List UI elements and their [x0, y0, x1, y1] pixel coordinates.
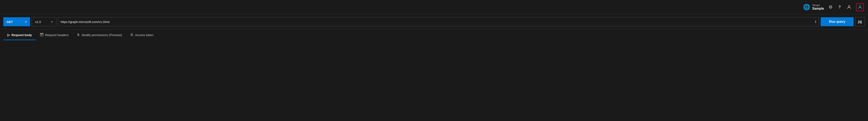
- user-highlighted-button[interactable]: [856, 3, 864, 11]
- version-chevron: ∨: [51, 20, 53, 23]
- tab-modify-permissions[interactable]: Modify permissions (Preview): [72, 30, 126, 40]
- request-body-icon: ▷: [7, 33, 10, 37]
- tenant-text: Tenant Sample: [812, 4, 824, 10]
- request-headers-icon: [40, 33, 43, 37]
- settings-button[interactable]: ⚙: [827, 3, 834, 11]
- url-container: ℹ: [58, 17, 819, 26]
- svg-point-9: [78, 34, 79, 34]
- method-value: GET: [7, 20, 13, 24]
- modify-permissions-label: Modify permissions (Preview): [82, 33, 122, 37]
- svg-point-12: [131, 35, 132, 35]
- globe-icon: 🌐: [803, 4, 810, 10]
- request-body-label: Request body: [11, 33, 32, 37]
- user-alt-button[interactable]: [845, 3, 853, 11]
- tab-access-token[interactable]: Access token: [126, 30, 157, 40]
- top-bar: 🌐 Tenant Sample ⚙ ?: [0, 0, 868, 14]
- run-query-button[interactable]: Run query: [821, 17, 854, 26]
- svg-point-1: [859, 5, 861, 7]
- tab-request-headers[interactable]: Request headers: [36, 30, 72, 40]
- access-token-label: Access token: [135, 33, 153, 37]
- method-chevron: ∨: [25, 20, 27, 23]
- tenant-name: Sample: [812, 7, 824, 10]
- tenant-info: 🌐 Tenant Sample: [803, 4, 824, 10]
- request-headers-label: Request headers: [45, 33, 68, 37]
- tenant-label: Tenant: [812, 4, 824, 7]
- svg-point-0: [848, 5, 850, 7]
- access-token-icon: [130, 33, 133, 37]
- info-icon[interactable]: ℹ: [815, 19, 816, 24]
- svg-rect-3: [40, 33, 43, 36]
- version-value: v1.0: [35, 20, 41, 24]
- tabs-bar: ▷ Request body Request headers Modify pe…: [0, 29, 868, 41]
- share-button[interactable]: [855, 17, 865, 26]
- method-select[interactable]: GET ∨: [3, 17, 30, 26]
- help-button[interactable]: ?: [837, 3, 842, 11]
- svg-rect-8: [78, 35, 79, 36]
- modify-permissions-icon: [77, 33, 80, 37]
- version-select[interactable]: v1.0 ∨: [32, 17, 56, 26]
- url-input[interactable]: [61, 20, 815, 24]
- tab-request-body[interactable]: ▷ Request body: [3, 30, 36, 40]
- top-bar-right: 🌐 Tenant Sample ⚙ ?: [803, 3, 864, 11]
- query-bar: GET ∨ v1.0 ∨ ℹ Run query: [0, 14, 868, 29]
